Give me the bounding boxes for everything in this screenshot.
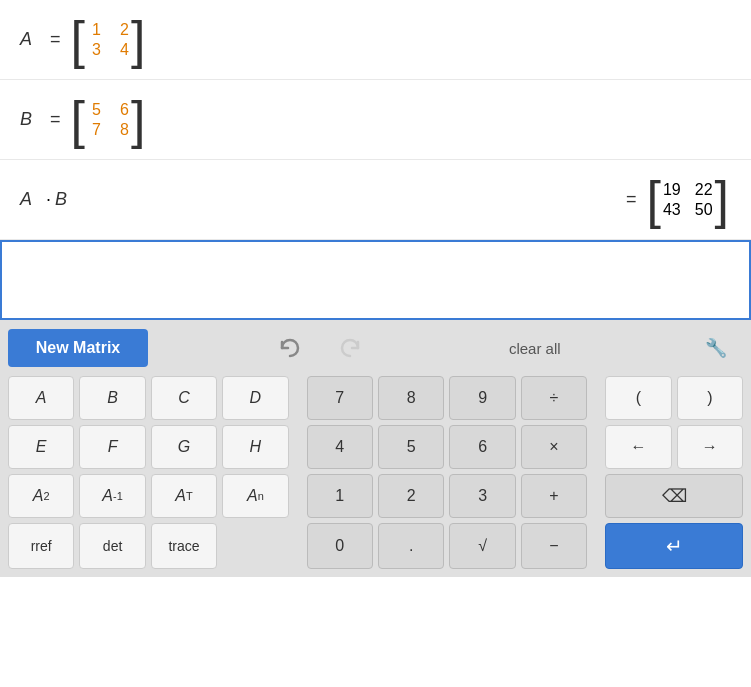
key-2[interactable]: 2 (378, 474, 444, 518)
result-a: A (20, 189, 32, 210)
matrix-a-cell-22: 4 (115, 41, 129, 59)
result-matrix: = [ 19 22 43 50 ] (618, 174, 731, 226)
key-minus[interactable]: − (521, 523, 587, 569)
undo-button[interactable] (260, 328, 320, 368)
matrix-b-cell-21: 7 (87, 121, 101, 139)
key-left-arrow[interactable]: ← (605, 425, 671, 469)
right-bracket-a: ] (129, 14, 147, 66)
key-A[interactable]: A (8, 376, 74, 420)
key-8[interactable]: 8 (378, 376, 444, 420)
result-values: 19 22 43 50 (663, 177, 713, 223)
keyboard-top-row: New Matrix clear all 🔧 (8, 328, 743, 368)
settings-button[interactable]: 🔧 (689, 329, 743, 367)
display-area: A = [ 1 2 3 4 ] B = [ 5 6 7 8 ] (0, 0, 751, 320)
keyboard-grid: A B C D 7 8 9 ÷ ( ) E F G H 4 5 6 × ← → … (8, 376, 743, 569)
right-bracket-result: ] (713, 174, 731, 226)
matrix-a-cell-12: 2 (115, 21, 129, 39)
key-backspace[interactable]: ⌫ (605, 474, 743, 518)
key-A-inverse[interactable]: A-1 (79, 474, 145, 518)
right-bracket-b: ] (129, 94, 147, 146)
matrix-a-equals: = (50, 29, 61, 50)
key-C[interactable]: C (151, 376, 217, 420)
result-bracket: [ 19 22 43 50 ] (645, 174, 732, 226)
key-A-squared[interactable]: A2 (8, 474, 74, 518)
matrix-b-row: B = [ 5 6 7 8 ] (0, 80, 751, 160)
keyboard: New Matrix clear all 🔧 A B C D (0, 320, 751, 577)
result-cell-11: 19 (663, 181, 681, 199)
key-F[interactable]: F (79, 425, 145, 469)
key-E[interactable]: E (8, 425, 74, 469)
matrix-a-values: 1 2 3 4 (87, 17, 129, 63)
matrix-a-label: A (20, 29, 32, 50)
key-det[interactable]: det (79, 523, 145, 569)
matrix-b-bracket: [ 5 6 7 8 ] (69, 94, 148, 146)
redo-button[interactable] (320, 328, 380, 368)
key-6[interactable]: 6 (449, 425, 515, 469)
result-cell-12: 22 (695, 181, 713, 199)
key-trace[interactable]: trace (151, 523, 217, 569)
key-0[interactable]: 0 (307, 523, 373, 569)
matrix-a-cell-21: 3 (87, 41, 101, 59)
key-9[interactable]: 9 (449, 376, 515, 420)
result-cell-21: 43 (663, 201, 681, 219)
matrix-a-cell-11: 1 (87, 21, 101, 39)
clear-all-button[interactable]: clear all (493, 332, 577, 365)
key-3[interactable]: 3 (449, 474, 515, 518)
key-1[interactable]: 1 (307, 474, 373, 518)
key-D[interactable]: D (222, 376, 288, 420)
matrix-b-cell-12: 6 (115, 101, 129, 119)
key-decimal[interactable]: . (378, 523, 444, 569)
key-A-transpose[interactable]: AT (151, 474, 217, 518)
matrix-a-bracket: [ 1 2 3 4 ] (69, 14, 148, 66)
key-multiply[interactable]: × (521, 425, 587, 469)
result-cell-22: 50 (695, 201, 713, 219)
left-bracket-result: [ (645, 174, 663, 226)
key-4[interactable]: 4 (307, 425, 373, 469)
result-row: A · B = [ 19 22 43 50 ] (0, 160, 751, 240)
input-area[interactable] (0, 240, 751, 320)
key-right-arrow[interactable]: → (677, 425, 743, 469)
key-close-paren[interactable]: ) (677, 376, 743, 420)
left-bracket-a: [ (69, 14, 87, 66)
matrix-b-label: B (20, 109, 32, 130)
key-divide[interactable]: ÷ (521, 376, 587, 420)
left-bracket-b: [ (69, 94, 87, 146)
key-open-paren[interactable]: ( (605, 376, 671, 420)
key-plus[interactable]: + (521, 474, 587, 518)
new-matrix-button[interactable]: New Matrix (8, 329, 148, 367)
key-rref[interactable]: rref (8, 523, 74, 569)
key-7[interactable]: 7 (307, 376, 373, 420)
result-expression: A · B (20, 189, 77, 210)
dot-operator: · (46, 189, 51, 210)
key-A-power-n[interactable]: An (222, 474, 288, 518)
key-sqrt[interactable]: √ (449, 523, 515, 569)
key-H[interactable]: H (222, 425, 288, 469)
key-5[interactable]: 5 (378, 425, 444, 469)
key-B[interactable]: B (79, 376, 145, 420)
matrix-b-values: 5 6 7 8 (87, 97, 129, 143)
result-equals: = (626, 189, 637, 210)
key-G[interactable]: G (151, 425, 217, 469)
matrix-b-cell-22: 8 (115, 121, 129, 139)
matrix-a-row: A = [ 1 2 3 4 ] (0, 0, 751, 80)
matrix-b-cell-11: 5 (87, 101, 101, 119)
result-b: B (55, 189, 67, 210)
key-enter[interactable]: ↵ (605, 523, 743, 569)
matrix-b-equals: = (50, 109, 61, 130)
